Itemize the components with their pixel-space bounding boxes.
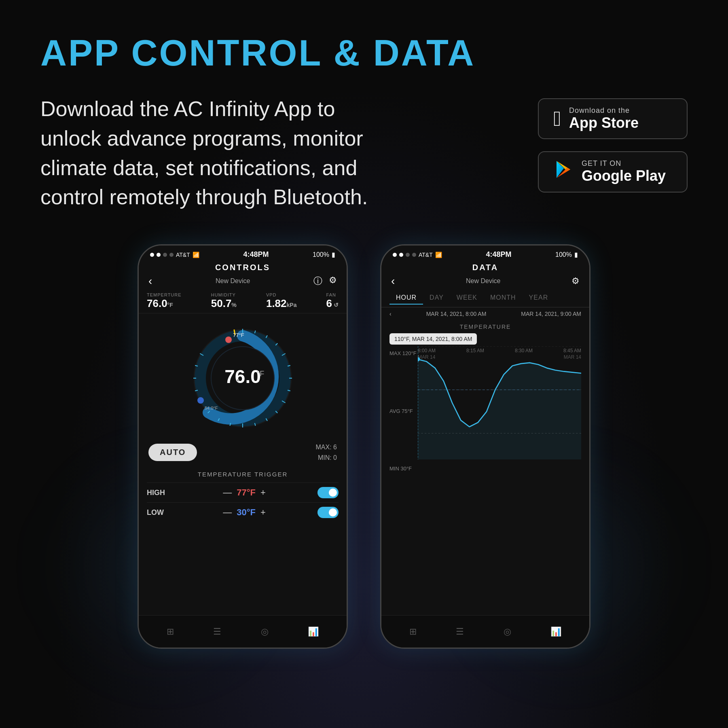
auto-row: AUTO MAX: 6 MIN: 0	[139, 439, 347, 466]
battery-icon: ▮	[332, 251, 335, 258]
list-icon: ☰	[213, 626, 221, 637]
content-row: Download the AC Infinity App to unlock a…	[40, 94, 688, 212]
battery-text: 100%	[313, 251, 329, 258]
device-name-data: New Device	[466, 277, 500, 285]
tab-hour[interactable]: HOUR	[389, 292, 423, 305]
chart-y-labels: MAX 120°F AVG 75°F MIN 30°F	[389, 346, 417, 476]
page-title: APP CONTROL & DATA	[40, 32, 688, 74]
data-settings-icon[interactable]: ⚙	[571, 276, 580, 286]
page-container: APP CONTROL & DATA Download the AC Infin…	[0, 0, 728, 728]
badges-container:  Download on the App Store	[538, 98, 688, 193]
app-store-title: App Store	[569, 115, 639, 131]
nav-list[interactable]: ☰	[213, 626, 221, 637]
status-left: AT&T 📶	[150, 252, 199, 258]
temp-value: 76.0°F	[147, 297, 182, 310]
chart-title: TEMPERATURE	[389, 324, 581, 330]
low-trigger-controls: — 30°F +	[223, 507, 266, 518]
vpd-value: 1.82kPa	[266, 297, 297, 310]
auto-button[interactable]: AUTO	[148, 444, 197, 461]
data-time: 4:48PM	[486, 250, 511, 259]
info-icon[interactable]: ⓘ	[313, 275, 322, 287]
data-back-button[interactable]: ‹	[391, 275, 395, 288]
description-text: Download the AC Infinity App to unlock a…	[40, 94, 372, 212]
wifi-icon-data: 📶	[435, 252, 442, 258]
low-minus-button[interactable]: —	[223, 507, 232, 518]
tab-day[interactable]: DAY	[423, 292, 450, 305]
nav-data[interactable]: 📊	[308, 626, 319, 637]
data-signal-dot-3	[406, 253, 410, 257]
nav-controls[interactable]: ◎	[261, 626, 269, 637]
prev-arrow[interactable]: ‹	[389, 311, 392, 317]
controls-status-bar: AT&T 📶 4:48PM 100% ▮	[139, 245, 347, 261]
chart-area: MAX 120°F AVG 75°F MIN 30°F	[389, 346, 581, 476]
high-trigger-row: HIGH — 77°F +	[147, 483, 339, 502]
data-nav-bar: ‹ New Device ⚙	[381, 273, 589, 289]
app-store-subtitle: Download on the	[569, 106, 639, 115]
trigger-section: TEMPERATURE TRIGGER HIGH — 77°F + LOW	[139, 466, 347, 527]
y-label-max: MAX 120°F	[389, 350, 417, 356]
data-home-icon: ⊞	[409, 626, 417, 637]
chart-svg-wrapper	[418, 346, 581, 459]
nav-icons: ⓘ ⚙	[313, 275, 337, 287]
data-carrier: AT&T	[419, 252, 433, 258]
high-trigger-value: 77°F	[237, 487, 256, 498]
google-play-badge[interactable]: GET IT ON Google Play	[538, 151, 688, 193]
data-chart-icon: 📊	[550, 626, 561, 637]
data-screen: AT&T 📶 4:48PM 100% ▮ DATA ‹ New Device	[381, 245, 589, 648]
controls-screen-title: CONTROLS	[139, 263, 347, 272]
date-nav: ‹ MAR 14, 2021, 8:00 AM MAR 14, 2021, 9:…	[381, 307, 589, 320]
high-plus-button[interactable]: +	[260, 487, 266, 498]
data-nav-controls[interactable]: ◎	[504, 626, 511, 637]
app-store-badge[interactable]:  Download on the App Store	[538, 98, 688, 139]
y-label-avg: AVG 75°F	[389, 408, 417, 414]
google-play-icon	[553, 159, 574, 184]
low-plus-button[interactable]: +	[260, 507, 266, 518]
data-battery-icon: ▮	[574, 251, 578, 258]
tab-week[interactable]: WEEK	[450, 292, 484, 305]
google-play-title: Google Play	[582, 168, 666, 184]
device-name-controls: New Device	[216, 277, 250, 285]
controls-screen: AT&T 📶 4:48PM 100% ▮ CONTROLS ‹ New Devi…	[139, 245, 347, 648]
gauge-container: 76.0 °F • 77°F 54.0°F	[139, 313, 347, 439]
low-trigger-value: 30°F	[237, 507, 256, 518]
data-nav-list[interactable]: ☰	[456, 626, 464, 637]
tab-year[interactable]: YEAR	[523, 292, 555, 305]
temperature-stat: TEMPERTURE 76.0°F	[147, 292, 182, 310]
svg-text:°F: °F	[257, 370, 264, 378]
nav-home[interactable]: ⊞	[167, 626, 174, 637]
high-minus-button[interactable]: —	[223, 487, 232, 498]
signal-dot-1	[150, 253, 154, 257]
controls-icon: ◎	[261, 626, 269, 637]
data-header: DATA	[381, 261, 589, 273]
high-trigger-toggle[interactable]	[317, 487, 339, 498]
svg-marker-38	[418, 359, 581, 459]
humidity-value: 50.7%	[211, 297, 237, 310]
settings-icon[interactable]: ⚙	[329, 275, 337, 287]
data-nav-icons: ⚙	[571, 276, 580, 286]
svg-text:•: •	[237, 376, 239, 385]
low-trigger-label: LOW	[147, 508, 171, 517]
svg-point-30	[225, 336, 232, 343]
low-trigger-toggle[interactable]	[317, 507, 339, 518]
data-nav-data[interactable]: 📊	[550, 626, 561, 637]
low-trigger-row: LOW — 30°F +	[147, 502, 339, 522]
data-status-bar: AT&T 📶 4:48PM 100% ▮	[381, 245, 589, 261]
fan-stat: FAN 6 ↺	[326, 292, 339, 310]
stats-row: TEMPERTURE 76.0°F HUMIDITY 50.7% VPD	[139, 289, 347, 313]
signal-dot-2	[157, 253, 161, 257]
fan-value: 6 ↺	[326, 297, 339, 310]
fan-label: FAN	[326, 292, 339, 297]
svg-point-32	[197, 397, 204, 404]
data-nav-home[interactable]: ⊞	[409, 626, 417, 637]
trigger-title: TEMPERATURE TRIGGER	[147, 471, 339, 478]
data-battery-text: 100%	[555, 251, 572, 258]
vpd-stat: VPD 1.82kPa	[266, 292, 297, 310]
apple-icon: 	[553, 106, 561, 131]
tab-month[interactable]: MONTH	[484, 292, 523, 305]
svg-text:54.0°F: 54.0°F	[205, 406, 218, 411]
high-trigger-controls: — 77°F +	[223, 487, 266, 498]
data-battery: 100% ▮	[555, 251, 578, 258]
max-info: MAX: 6	[316, 442, 337, 453]
back-button[interactable]: ‹	[148, 275, 152, 288]
humidity-label: HUMIDITY	[211, 292, 237, 297]
